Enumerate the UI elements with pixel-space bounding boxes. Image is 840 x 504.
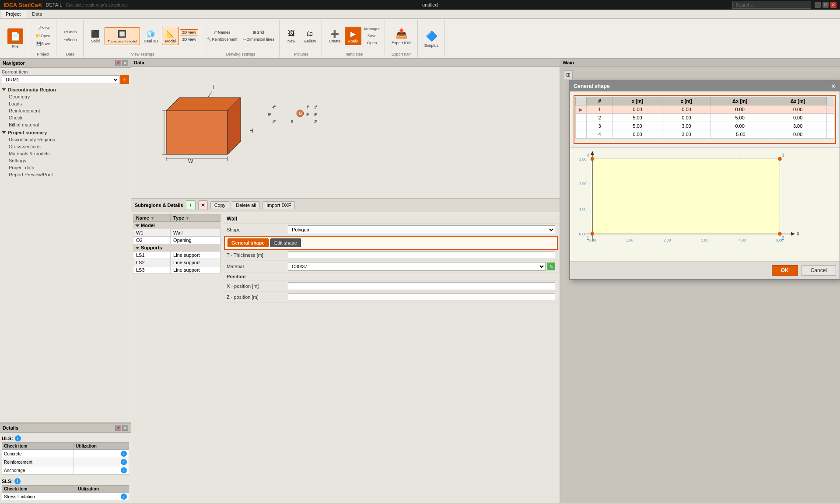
3dview-button[interactable]: 3D view [180, 36, 198, 42]
nav-item-check[interactable]: Check [0, 114, 131, 121]
table-row[interactable]: ▶ 1 0.00 0.00 0.00 0.00 [576, 105, 834, 114]
nav-item-report[interactable]: Report Preview/Print [0, 171, 131, 178]
material-edit-button[interactable]: ✎ [547, 262, 555, 270]
2dview-button[interactable]: 2D view [180, 29, 198, 35]
open-button[interactable]: 📂 Open [34, 32, 52, 39]
manager-button[interactable]: Manager [362, 26, 382, 32]
create-template-button[interactable]: ➕ Create [326, 27, 343, 45]
nav-item-reinforcement[interactable]: Reinforcement [0, 107, 131, 114]
collapse-icon-2 [2, 131, 6, 134]
reinforcement-button[interactable]: 🔧 Reinforcement [205, 36, 240, 42]
save-button[interactable]: 💾 Save [34, 40, 52, 47]
undo-button[interactable]: ↩ Undo [62, 28, 79, 35]
nav-item-bill[interactable]: Bill of material [0, 121, 131, 128]
z-position-input[interactable]: 0.00 [288, 293, 555, 301]
redo-button[interactable]: ↪ Redo [62, 36, 79, 43]
nav-item-geometry[interactable]: Geometry [0, 93, 131, 100]
pic-new-button[interactable]: 🖼 New [283, 27, 300, 45]
nav-item-materials[interactable]: Materials & models [0, 150, 131, 157]
nav-item-loads[interactable]: Loads [0, 100, 131, 107]
nav-item-disc-regions[interactable]: Discontinuity Regions [0, 136, 131, 143]
tab-data[interactable]: Data [26, 10, 48, 18]
details-close-button[interactable]: ✕ [122, 425, 128, 431]
window-controls: — □ ✕ [815, 2, 836, 8]
material-dropdown[interactable]: C30/37 [288, 262, 546, 271]
transparent-button[interactable]: 🔲 Transparent model [105, 27, 140, 45]
svg-marker-47 [591, 151, 595, 155]
copy-button[interactable]: Copy [210, 201, 230, 209]
general-shape-button[interactable]: General shape [228, 238, 269, 247]
import-dxf-button[interactable]: Import DXF [262, 201, 295, 209]
drawing-group-label: Drawing settings [226, 51, 256, 56]
sls-info-icon[interactable]: i [14, 478, 21, 484]
maximize-button[interactable]: □ [822, 2, 829, 8]
util-concrete: i [74, 450, 129, 458]
concrete-info-icon[interactable]: i [121, 451, 127, 457]
add-item-button[interactable]: + [120, 75, 129, 84]
svg-text:z: z [594, 151, 597, 152]
svg-point-28 [307, 113, 309, 115]
table-row[interactable]: 2 5.00 0.00 5.00 0.00 [576, 114, 834, 122]
row-w1-name: W1 [133, 229, 171, 237]
table-row[interactable]: W1 Wall [133, 229, 220, 237]
dialog-ok-button[interactable]: OK [772, 265, 798, 276]
real3d-label: Real 3D [144, 39, 158, 43]
navigator-pin-button[interactable]: 📌 [115, 60, 121, 66]
file-button[interactable]: 📄 File [4, 27, 26, 50]
table-row[interactable]: 4 0.00 3.00 -5.00 0.00 [576, 130, 834, 139]
export-iom-button[interactable]: 📤 Export IOM [388, 25, 415, 47]
solid-button[interactable]: ⬛ Solid [87, 27, 104, 45]
apply-template-button[interactable]: ▶ Apply [345, 27, 361, 45]
minimize-button[interactable]: — [815, 2, 821, 8]
real3d-button[interactable]: 🧊 Real 3D [141, 27, 161, 45]
thickness-input[interactable]: 0.20 [288, 251, 555, 259]
navigator-close-button[interactable]: ✕ [122, 60, 128, 66]
dialog-cancel-button[interactable]: Cancel [802, 265, 836, 276]
tab-project[interactable]: Project [0, 10, 26, 18]
dialog-close-button[interactable]: ✕ [831, 83, 836, 90]
nav-section-project-header[interactable]: Project summary [0, 129, 131, 136]
export-icon: 📤 [395, 27, 409, 41]
anch-info-icon[interactable]: i [121, 467, 127, 473]
x-position-input[interactable]: 0.00 [288, 282, 555, 290]
nav-item-cross-sections[interactable]: Cross-sections [0, 143, 131, 150]
table-row[interactable]: O2 Opening [133, 237, 220, 244]
current-item-dropdown[interactable]: DRM1 [2, 75, 119, 84]
close-button[interactable]: ✕ [830, 2, 836, 8]
model-button[interactable]: 📐 Model [162, 27, 179, 45]
gallery-button[interactable]: 🗂 Gallery [301, 27, 319, 45]
shape-dropdown[interactable]: Polygon [288, 225, 555, 234]
svg-text:2.00: 2.00 [579, 182, 587, 186]
current-item-label: Current item [2, 70, 129, 74]
table-row[interactable]: LS3 Line support [133, 266, 220, 274]
delete-all-button[interactable]: Delete all [232, 201, 260, 209]
table-row[interactable]: 3 5.00 3.00 0.00 3.00 [576, 122, 834, 130]
dimension-button[interactable]: ↔ Dimension lines [240, 36, 276, 42]
grid-button[interactable]: ⊞ Grid [240, 29, 276, 35]
template-save-button[interactable]: Save [362, 33, 382, 39]
bimplus-button[interactable]: 🔷 Bimplus [421, 28, 441, 49]
project-group-label: Project [37, 51, 49, 56]
names-button[interactable]: 🏷 Names [205, 29, 240, 35]
col-x: x [m] [613, 97, 662, 105]
reinf-info-icon[interactable]: i [121, 459, 127, 465]
nav-item-project-data[interactable]: Project data [0, 164, 131, 171]
type-filter-icon[interactable]: ▼ [186, 216, 189, 220]
new-button[interactable]: 📝 New [34, 24, 52, 32]
row-1-num: 1 [587, 105, 613, 114]
details-pin-button[interactable]: 📌 [115, 425, 121, 431]
table-row[interactable]: LS1 Line support [133, 252, 220, 259]
table-row[interactable]: LS2 Line support [133, 259, 220, 266]
template-open-button[interactable]: Open [362, 40, 382, 46]
nav-section-discontinuity-header[interactable]: Discontinuity Region [0, 86, 131, 93]
edit-shape-button[interactable]: Edit shape [270, 238, 301, 247]
del-subregion-button[interactable]: ✕ [198, 200, 208, 210]
uls-info-icon[interactable]: i [15, 435, 21, 441]
col-dz: Δz [m] [769, 97, 827, 105]
name-filter-icon[interactable]: ▼ [150, 216, 154, 220]
svg-marker-4 [166, 111, 228, 154]
search-input[interactable] [732, 1, 811, 9]
add-subregion-button[interactable]: + [186, 200, 196, 210]
stress-info-icon[interactable]: i [121, 494, 127, 500]
nav-item-settings[interactable]: Settings [0, 157, 131, 164]
